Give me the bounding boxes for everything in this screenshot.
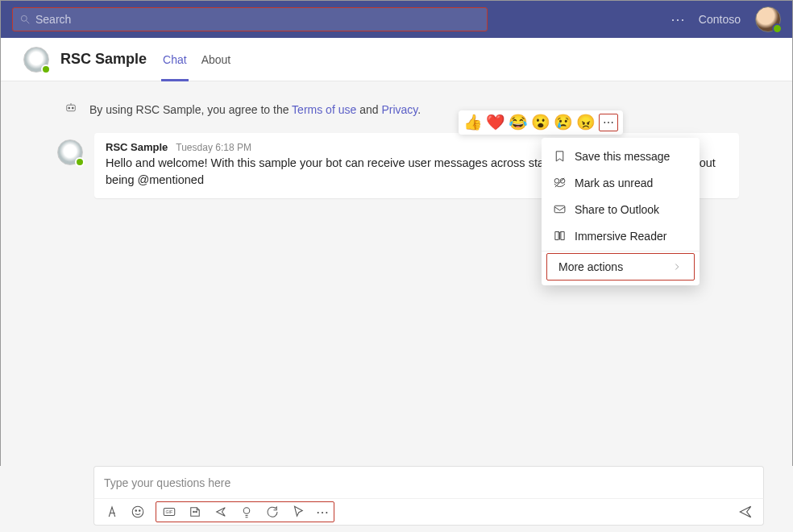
chat-body: By using RSC Sample, you agree to the Te… — [1, 81, 792, 465]
menu-share-outlook[interactable]: Share to Outlook — [542, 196, 700, 222]
sticker-button[interactable] — [187, 504, 203, 520]
presence-badge-available — [75, 157, 85, 167]
terms-notice-text: By using RSC Sample, you agree to the Te… — [89, 103, 421, 116]
message-timestamp: Tuesday 6:18 PM — [176, 142, 251, 153]
send-icon — [737, 504, 754, 520]
tab-chat[interactable]: Chat — [163, 38, 187, 81]
menu-label: Save this message — [575, 150, 670, 163]
reaction-surprised[interactable]: 😮 — [531, 114, 549, 131]
chat-title: RSC Sample — [60, 51, 147, 68]
menu-more-actions[interactable]: More actions — [546, 253, 695, 281]
compose-input[interactable] — [104, 476, 754, 489]
compose-box[interactable] — [93, 466, 764, 498]
reaction-laugh[interactable]: 😂 — [509, 114, 526, 131]
reaction-angry[interactable]: 😠 — [576, 114, 594, 131]
menu-label: More actions — [558, 260, 623, 273]
svg-point-10 — [132, 506, 143, 517]
privacy-link[interactable]: Privacy — [381, 103, 417, 116]
sticker-icon — [188, 505, 202, 519]
chat-header: RSC Sample Chat About — [1, 38, 792, 81]
reader-icon — [553, 229, 567, 243]
message-avatar — [57, 139, 83, 165]
format-button[interactable] — [104, 504, 120, 520]
mail-icon — [553, 202, 567, 216]
menu-immersive-reader[interactable]: Immersive Reader — [542, 222, 700, 249]
message-context-menu: Save this message Mark as unread Share t… — [542, 138, 700, 285]
gif-icon: GIF — [162, 505, 176, 519]
search-icon — [19, 14, 31, 25]
gif-button[interactable]: GIF — [161, 504, 177, 520]
emoji-button[interactable] — [130, 504, 146, 520]
menu-separator — [542, 251, 700, 251]
send-alt-icon — [214, 505, 228, 519]
menu-save-message[interactable]: Save this message — [542, 143, 700, 169]
bot-avatar — [23, 47, 49, 73]
reaction-sad[interactable]: 😢 — [554, 114, 571, 131]
bulb-icon — [239, 505, 254, 519]
org-name: Contoso — [699, 13, 741, 26]
extension-button-1[interactable] — [213, 504, 229, 520]
menu-label: Immersive Reader — [575, 230, 666, 243]
reaction-heart[interactable]: ❤️ — [486, 114, 504, 131]
reactions-bar: 👍 ❤️ 😂 😮 😢 😠 ⋯ — [459, 110, 623, 135]
menu-label: Mark as unread — [575, 177, 653, 189]
svg-point-15 — [193, 511, 195, 513]
svg-point-0 — [21, 15, 27, 21]
format-icon — [105, 505, 119, 519]
extension-button-4[interactable] — [290, 504, 306, 520]
svg-point-3 — [69, 107, 70, 109]
svg-point-17 — [243, 508, 250, 514]
terms-link[interactable]: Terms of use — [292, 103, 356, 116]
svg-point-16 — [196, 511, 197, 513]
presence-badge-available — [41, 64, 51, 74]
extension-button-3[interactable] — [264, 504, 280, 520]
emoji-icon — [131, 505, 145, 519]
extension-button-2[interactable] — [239, 504, 255, 520]
search-box[interactable] — [12, 7, 488, 31]
svg-line-1 — [27, 21, 30, 24]
svg-point-12 — [139, 510, 141, 512]
chevron-right-icon — [671, 261, 683, 272]
compose-more-button[interactable]: ⋯ — [316, 505, 329, 520]
presence-badge-available — [772, 23, 783, 34]
menu-mark-unread[interactable]: Mark as unread — [542, 169, 700, 196]
send-button[interactable] — [737, 504, 754, 520]
titlebar: ⋯ Contoso — [1, 1, 792, 38]
bookmark-icon — [553, 149, 567, 163]
loop-icon — [265, 505, 280, 519]
titlebar-more-button[interactable]: ⋯ — [666, 12, 689, 27]
compose-area: GIF ⋯ — [0, 466, 793, 532]
unread-icon — [553, 176, 567, 189]
menu-label: Share to Outlook — [575, 203, 659, 216]
reactions-more-button[interactable]: ⋯ — [599, 114, 618, 131]
svg-point-6 — [554, 179, 559, 184]
svg-point-4 — [72, 107, 73, 109]
tabs: Chat About — [163, 38, 230, 81]
svg-point-11 — [135, 510, 137, 512]
terms-notice: By using RSC Sample, you agree to the Te… — [1, 101, 792, 133]
compose-toolbar: GIF ⋯ — [93, 498, 764, 526]
reaction-like[interactable]: 👍 — [463, 114, 481, 131]
svg-rect-9 — [554, 206, 565, 213]
search-input[interactable] — [35, 13, 480, 26]
svg-rect-2 — [67, 105, 76, 111]
message-sender: RSC Sample — [106, 141, 168, 153]
tab-about[interactable]: About — [201, 38, 231, 81]
cursor-icon — [291, 505, 305, 519]
compose-extensions-group: GIF ⋯ — [156, 501, 334, 522]
user-avatar[interactable] — [755, 6, 781, 32]
svg-text:GIF: GIF — [166, 509, 173, 514]
bot-icon — [64, 101, 78, 118]
